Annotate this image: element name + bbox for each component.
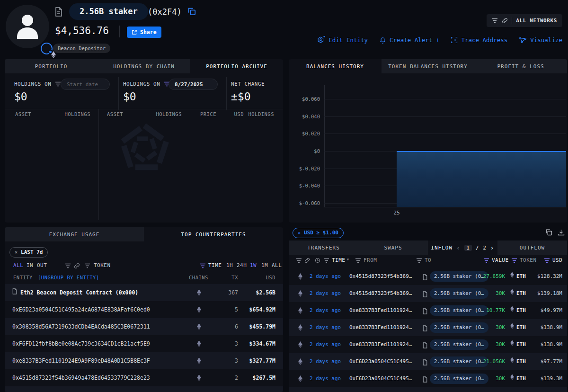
filter-all[interactable]: ALL (13, 262, 23, 268)
table-row[interactable]: Eth2 Beacon Deposit Contract (0x000) 367… (5, 284, 283, 301)
tx-time-link[interactable]: 2 days ago (310, 370, 344, 387)
download-icon[interactable] (558, 229, 565, 236)
tx-time-link[interactable]: 2 days ago (310, 336, 344, 353)
entity-name-pill[interactable]: 2.56B staker (69, 3, 148, 20)
tab-transfers[interactable]: TRANSFERS (289, 241, 358, 255)
balance-area-series[interactable] (397, 151, 566, 207)
time-filter-chip[interactable]: ✕ LAST 7d (9, 247, 48, 258)
filter-icon[interactable] (323, 258, 329, 263)
filter-icon[interactable] (355, 258, 361, 263)
counterparty-address[interactable]: 0xF6FD12fbf8bBe0e08Ac739c3634CD1cB21acf5… (12, 335, 188, 352)
tab-swaps[interactable]: SWAPS (358, 241, 428, 255)
counterparty-entity[interactable]: Eth2 Beacon Deposit Contract (0x000) (12, 284, 188, 301)
filter-token[interactable]: TOKEN (94, 262, 111, 268)
table-row[interactable]: 0xe8337B3Fed1101924E9A9F89eD48A0D1C5B8Ec… (5, 352, 283, 369)
table-row[interactable]: 2 days ago 0x4515d87323f54b369… 2.56B st… (289, 268, 567, 285)
tx-time-link[interactable]: 2 days ago (310, 268, 344, 285)
page-next-icon[interactable]: › (490, 244, 495, 251)
table-row[interactable]: 0x4515d87323f54b36949a478Ed64533779C228e… (5, 369, 283, 386)
tab-portfolio-archive[interactable]: PORTFOLIO ARCHIVE (190, 59, 283, 73)
filter-icon[interactable] (416, 258, 422, 263)
counterparty-address[interactable]: 0x308358d56A7319633dCDb4EACda485C3E06723… (12, 318, 188, 335)
chain-link-icon (502, 18, 508, 24)
share-button[interactable]: Share (127, 27, 161, 38)
from-address-link[interactable]: 0xE6D23a0504C51C495… (349, 353, 420, 370)
arkham-entity-page: 2.56B staker (0x2F4) $4,536.76 Share Bea… (0, 0, 568, 392)
usd-filter-chip[interactable]: ✕ USD ≥ $1.00 (293, 228, 344, 238)
table-row[interactable]: 2 days ago 0xE6D23a0504C51C495… 2.56B st… (289, 370, 567, 387)
visualize-button[interactable]: Visualize (519, 36, 562, 44)
tab-exchange-usage[interactable]: EXCHANGE USAGE (5, 227, 144, 241)
page-prev-icon[interactable]: ‹ (456, 244, 461, 251)
clock-icon[interactable] (315, 258, 320, 263)
holdings-start-label: HOLDINGS ON (14, 81, 61, 87)
filter-icon[interactable] (200, 263, 206, 268)
close-icon[interactable]: ✕ (298, 230, 301, 235)
time-option-1h[interactable]: 1H (226, 262, 233, 268)
graph-icon (519, 36, 527, 44)
tx-time-link[interactable]: 2 days ago (310, 302, 344, 319)
end-date-input[interactable] (169, 79, 218, 90)
table-row[interactable]: 0xF6FD12fbf8bBe0e08Ac739c3634CD1cB21acf5… (5, 335, 283, 352)
tx-time-link[interactable]: 2 days ago (310, 285, 344, 302)
tab-balances-history[interactable]: BALANCES HISTORY (289, 59, 382, 73)
tab-holdings-by-chain[interactable]: HOLDINGS BY CHAIN (98, 59, 190, 73)
filter-icon[interactable] (84, 263, 90, 268)
edit-entity-button[interactable]: Edit Entity (317, 36, 368, 44)
table-row[interactable]: 2 days ago 0xe8337B3Fed1101924… 2.56B st… (289, 336, 567, 353)
from-address-link[interactable]: 0xE6D23a0504C51C495… (349, 370, 420, 387)
network-selector[interactable]: ALL NETWORKS (487, 14, 562, 27)
counterparty-address[interactable]: 0x4515d87323f54b36949a478Ed64533779C228e… (12, 369, 188, 386)
time-option-24h[interactable]: 24H (237, 262, 247, 268)
filter-icon[interactable] (511, 258, 517, 263)
chain-link-icon[interactable] (304, 258, 310, 263)
tab-outflow[interactable]: OUTFLOW (497, 241, 567, 255)
table-row[interactable]: 0x308358d56A7319633dCDb4EACda485C3E06723… (5, 318, 283, 335)
tab-token-balances-history[interactable]: TOKEN BALANCES HISTORY (382, 59, 474, 73)
tab-top-counterparties[interactable]: TOP COUNTERPARTIES (144, 227, 283, 241)
filter-icon[interactable] (65, 263, 71, 268)
contract-icon (423, 273, 427, 282)
filter-in[interactable]: IN (27, 262, 33, 268)
time-option-1w[interactable]: 1W (250, 262, 257, 268)
ethereum-icon (298, 273, 302, 282)
table-row[interactable]: 0xE6D23a0504C51C495a24cA6874E838AFaf6C0e… (5, 301, 283, 318)
ungroup-by-entity-link[interactable]: [UNGROUP BY ENTITY] (38, 275, 99, 280)
copy-address-icon[interactable] (187, 7, 196, 18)
usd-value: $138.9M (520, 336, 562, 353)
table-row[interactable]: 2 days ago 0xe8337B3Fed1101924… 2.56B st… (289, 319, 567, 336)
time-option-1m[interactable]: 1M (261, 262, 268, 268)
filter-out[interactable]: OUT (37, 262, 47, 268)
from-address-link[interactable]: 0xe8337B3Fed1101924… (349, 302, 420, 319)
counterparty-address[interactable]: 0xe8337B3Fed1101924E9A9F89eD48A0D1C5B8Ec… (12, 352, 188, 369)
ethereum-icon (298, 307, 302, 316)
filter-icon[interactable] (544, 258, 550, 263)
tab-portfolio[interactable]: PORTFOLIO (5, 59, 98, 73)
tx-time-link[interactable]: 2 days ago (310, 319, 344, 336)
table-row[interactable]: 2 days ago 0xe8337B3Fed1101924… 2.56B st… (289, 302, 567, 319)
from-address-link[interactable]: 0x4515d87323f54b369… (349, 268, 420, 285)
from-address-link[interactable]: 0xe8337B3Fed1101924… (349, 319, 420, 336)
chain-link-icon[interactable] (74, 263, 80, 269)
counterparty-address[interactable]: 0xE6D23a0504C51C495a24cA6874E838AFaf6C0e… (12, 301, 188, 318)
from-address-link[interactable]: 0x4515d87323f54b369… (349, 285, 420, 302)
trace-address-button[interactable]: Trace Address (451, 36, 507, 44)
table-row[interactable]: 2 days ago 0xE6D23a0504C51C495… 2.56B st… (289, 353, 567, 370)
chevron-down-icon[interactable]: ▾ (346, 257, 349, 262)
trace-icon (451, 36, 458, 44)
tab-inflow[interactable]: INFLOW ‹ 1 / 2 › (428, 241, 497, 255)
copy-table-icon[interactable] (545, 229, 552, 236)
filter-icon[interactable] (483, 258, 489, 263)
table-row[interactable]: 2 days ago 0x4515d87323f54b369… 2.56B st… (289, 285, 567, 302)
start-date-input[interactable] (61, 79, 110, 90)
column-chains: CHAINS (189, 275, 208, 280)
tab-profit-loss[interactable]: PROFIT & LOSS (474, 59, 567, 73)
ethereum-icon (197, 357, 201, 366)
tx-time-link[interactable]: 2 days ago (310, 353, 344, 370)
from-address-link[interactable]: 0xe8337B3Fed1101924… (349, 336, 420, 353)
filter-icon[interactable] (296, 258, 302, 263)
close-icon[interactable]: ✕ (15, 249, 18, 255)
entity-tag[interactable]: Beacon Depositor (53, 44, 110, 53)
time-option-all[interactable]: ALL (272, 262, 282, 268)
create-alert-button[interactable]: Create Alert + (379, 36, 439, 44)
